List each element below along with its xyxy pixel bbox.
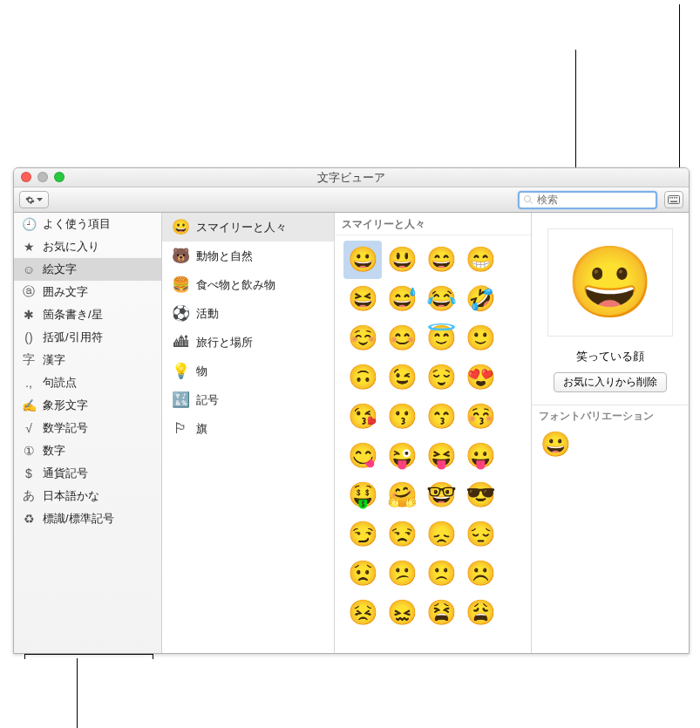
- emoji-cell[interactable]: 😟: [343, 555, 382, 593]
- category-item[interactable]: あ日本語かな: [14, 485, 161, 507]
- subcategory-sidebar: 😀スマイリーと人々🐻動物と自然🍔食べ物と飲み物⚽活動🏙旅行と場所💡物🔣記号🏳旗: [162, 213, 335, 653]
- category-label: 標識/標準記号: [43, 511, 114, 527]
- emoji-cell[interactable]: 🤑: [343, 476, 382, 514]
- emoji-cell[interactable]: 😊: [383, 319, 421, 357]
- variation-glyph: 😀: [540, 431, 571, 458]
- svg-rect-5: [674, 197, 676, 199]
- emoji-cell[interactable]: 😝: [422, 437, 460, 475]
- category-label: 句読点: [43, 375, 77, 391]
- category-icon: √: [21, 421, 37, 435]
- emoji-cell[interactable]: ☺️: [343, 319, 382, 357]
- category-item[interactable]: ♻標識/標準記号: [14, 507, 161, 530]
- emoji-cell[interactable]: 🤗: [383, 476, 421, 514]
- emoji-cell[interactable]: 😗: [383, 398, 421, 436]
- emoji-cell[interactable]: 😄: [422, 241, 460, 279]
- emoji-cell[interactable]: 😀: [343, 241, 382, 279]
- emoji-cell[interactable]: 😜: [383, 437, 421, 475]
- category-label: お気に入り: [43, 239, 99, 255]
- emoji-cell[interactable]: 😣: [343, 594, 382, 632]
- emoji-cell[interactable]: 😅: [383, 280, 421, 318]
- svg-line-1: [530, 201, 533, 204]
- category-item[interactable]: 🕘よく使う項目: [14, 213, 161, 235]
- category-item[interactable]: ☺絵文字: [14, 258, 161, 281]
- emoji-cell[interactable]: 🙂: [461, 319, 500, 357]
- emoji-cell[interactable]: ☹️: [461, 555, 500, 593]
- subcategory-item[interactable]: 🐻動物と自然: [162, 242, 334, 270]
- category-item[interactable]: √数学記号: [14, 417, 161, 439]
- emoji-cell[interactable]: 😂: [422, 280, 460, 318]
- category-label: 囲み文字: [43, 284, 88, 300]
- category-item[interactable]: ✱箇条書き/星: [14, 303, 161, 326]
- emoji-cell[interactable]: 😕: [383, 555, 421, 593]
- emoji-cell[interactable]: 😉: [383, 358, 421, 397]
- emoji-cell[interactable]: 😫: [422, 594, 460, 632]
- search-icon: [523, 194, 533, 205]
- subcategory-item[interactable]: 🍔食べ物と飲み物: [162, 270, 334, 299]
- subcategory-item[interactable]: 😀スマイリーと人々: [162, 213, 334, 242]
- grid-section-title: スマイリーと人々: [335, 213, 531, 235]
- search-field[interactable]: [518, 191, 657, 209]
- category-label: 数字: [43, 443, 65, 459]
- subcategory-icon: 🐻: [171, 247, 190, 265]
- subcategory-item[interactable]: ⚽活動: [162, 299, 334, 328]
- action-menu-button[interactable]: [19, 191, 49, 208]
- category-label: 漢字: [43, 352, 65, 368]
- remove-from-favorites-button[interactable]: お気に入りから削除: [554, 372, 667, 392]
- keyboard-viewer-button[interactable]: [664, 191, 683, 208]
- emoji-cell[interactable]: 😋: [343, 437, 382, 475]
- emoji-cell[interactable]: 🙁: [422, 555, 460, 593]
- emoji-cell[interactable]: 😆: [343, 280, 382, 318]
- subcategory-icon: 🔣: [171, 391, 190, 409]
- category-item[interactable]: ⓐ囲み文字: [14, 281, 161, 303]
- zoom-window-button[interactable]: [54, 172, 65, 182]
- category-icon: $: [21, 466, 37, 480]
- category-item[interactable]: ()括弧/引用符: [14, 326, 161, 349]
- close-window-button[interactable]: [21, 172, 31, 182]
- category-icon: ⓐ: [21, 284, 37, 300]
- emoji-cell[interactable]: 😩: [461, 594, 500, 632]
- emoji-cell[interactable]: 😁: [461, 241, 500, 279]
- subcategory-icon: 🍔: [171, 276, 190, 294]
- emoji-cell[interactable]: 🙃: [343, 358, 382, 397]
- character-pane: スマイリーと人々 😀😃😄😁😆😅😂🤣☺️😊😇🙂🙃😉😌😍😘😗😙😚😋😜😝😛🤑🤗🤓😎😏😒…: [335, 213, 532, 653]
- category-item[interactable]: 字漢字: [14, 349, 161, 371]
- category-item[interactable]: ★お気に入り: [14, 235, 161, 258]
- subcategory-item[interactable]: 🏳旗: [162, 414, 334, 443]
- category-label: 箇条書き/星: [43, 307, 103, 323]
- search-input[interactable]: [533, 194, 652, 206]
- subcategory-item[interactable]: 🔣記号: [162, 385, 334, 414]
- font-variation-item[interactable]: 😀: [532, 425, 689, 464]
- category-item[interactable]: .,句読点: [14, 371, 161, 394]
- subcategory-item[interactable]: 💡物: [162, 357, 334, 385]
- emoji-cell[interactable]: 😔: [461, 515, 500, 554]
- emoji-cell[interactable]: 😚: [461, 398, 500, 436]
- svg-rect-7: [670, 201, 677, 203]
- emoji-cell[interactable]: 😌: [422, 358, 460, 397]
- category-item[interactable]: ✍象形文字: [14, 394, 161, 417]
- font-variations-title: フォントバリエーション: [532, 405, 689, 425]
- emoji-cell[interactable]: 😘: [343, 398, 382, 436]
- emoji-cell[interactable]: 🤓: [422, 476, 460, 514]
- subcategory-item[interactable]: 🏙旅行と場所: [162, 328, 334, 357]
- emoji-cell[interactable]: 😎: [461, 476, 500, 514]
- subcategory-label: 旗: [196, 421, 207, 437]
- category-item[interactable]: $通貨記号: [14, 462, 161, 485]
- emoji-cell[interactable]: 🤣: [461, 280, 500, 318]
- category-icon: ♻: [21, 512, 37, 526]
- emoji-cell[interactable]: 😇: [422, 319, 460, 357]
- emoji-cell[interactable]: 😞: [422, 515, 460, 554]
- emoji-cell[interactable]: 😙: [422, 398, 460, 436]
- emoji-cell[interactable]: 😃: [383, 241, 421, 279]
- emoji-cell[interactable]: 😖: [383, 594, 421, 632]
- category-item[interactable]: ①数字: [14, 439, 161, 462]
- preview-glyph: 😀: [567, 248, 654, 317]
- category-label: 日本語かな: [43, 488, 99, 504]
- emoji-cell[interactable]: 😏: [343, 515, 382, 554]
- emoji-cell[interactable]: 😍: [461, 358, 500, 397]
- category-icon: ✍: [21, 398, 37, 412]
- minimize-window-button[interactable]: [37, 172, 48, 182]
- category-icon: 字: [21, 352, 37, 368]
- emoji-cell[interactable]: 😒: [383, 515, 421, 554]
- category-icon: 🕘: [21, 217, 37, 231]
- emoji-cell[interactable]: 😛: [461, 437, 500, 475]
